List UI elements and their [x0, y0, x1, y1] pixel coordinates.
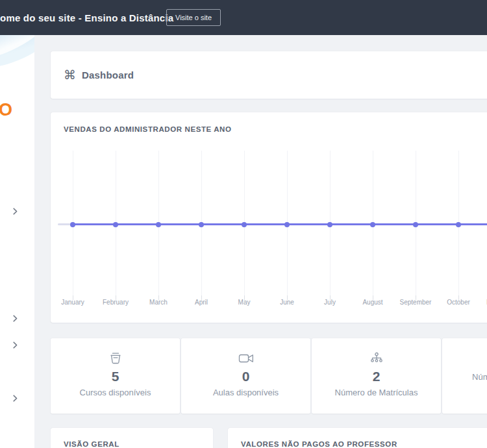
- stat-value: 0: [242, 369, 250, 384]
- stat-value: 5: [112, 369, 119, 384]
- x-axis-label: September: [394, 299, 437, 306]
- stat-label: Cursos disponíveis: [80, 388, 151, 397]
- stat-card-courses: 5 Cursos disponíveis: [51, 338, 180, 414]
- x-axis-label: June: [266, 299, 308, 306]
- chart-data-point: [370, 222, 375, 227]
- stat-card-lessons: 0 Aulas disponíveis: [181, 338, 310, 414]
- overview-card: VISÃO GERAL: [51, 428, 213, 448]
- stat-card-students: Número de Alunos: [442, 338, 487, 414]
- sidebar: O: [0, 35, 34, 448]
- chevron-right-icon: [13, 315, 18, 322]
- sidebar-item-2[interactable]: [8, 313, 21, 323]
- chart-data-point: [70, 222, 75, 227]
- sidebar-item-4[interactable]: [8, 393, 21, 403]
- x-axis-label: November: [480, 299, 487, 306]
- sidebar-item-3[interactable]: [8, 340, 21, 350]
- chart-data-point: [413, 222, 418, 227]
- chart-data-point: [156, 222, 161, 227]
- chart-data-point: [242, 222, 247, 227]
- chevron-right-icon: [13, 395, 18, 402]
- stat-label: Aulas disponíveis: [213, 388, 279, 397]
- overview-title: VISÃO GERAL: [64, 440, 200, 448]
- x-axis-label: October: [437, 299, 480, 306]
- unpaid-values-card: VALORES NÃO PAGOS AO PROFESSOR: [228, 428, 487, 448]
- sidebar-item-1[interactable]: [8, 206, 21, 216]
- chart-data-point: [113, 222, 118, 227]
- hierarchy-icon: [369, 351, 384, 366]
- command-icon: ⌘: [64, 69, 76, 81]
- chart-data-point: [199, 222, 204, 227]
- page-title: Dashboard: [82, 69, 134, 81]
- logo-text-fragment: O: [0, 101, 12, 119]
- line-chart: JanuaryFebruaryMarchAprilMayJuneJulyAugu…: [51, 151, 487, 308]
- page-header-card: ⌘ Dashboard: [51, 51, 487, 99]
- x-axis-label: March: [137, 299, 180, 306]
- basket-icon: [108, 351, 123, 366]
- video-camera-icon: [238, 351, 254, 366]
- visit-site-button[interactable]: Visite o site: [166, 9, 221, 26]
- chart-title: VENDAS DO ADMINISTRADOR NESTE ANO: [64, 125, 232, 133]
- x-axis-label: January: [51, 299, 94, 306]
- stats-row: 5 Cursos disponíveis 0 Aulas disponíveis…: [51, 338, 487, 414]
- stat-card-enrollments: 2 Número de Matrículas: [312, 338, 441, 414]
- x-axis-label: August: [351, 299, 394, 306]
- chevron-right-icon: [13, 208, 18, 215]
- bottom-row: VISÃO GERAL VALORES NÃO PAGOS AO PROFESS…: [51, 428, 487, 448]
- site-title: Nome do seu site - Ensino a Distância: [0, 0, 173, 35]
- chart-data-point: [284, 222, 290, 227]
- stat-label: Número de Alunos: [472, 372, 487, 382]
- sidebar-logo-decoration: [0, 35, 34, 97]
- top-navbar: Nome do seu site - Ensino a Distância Vi…: [0, 0, 487, 35]
- x-axis-label: July: [308, 299, 351, 306]
- chart-data-point: [456, 222, 461, 227]
- unpaid-values-title: VALORES NÃO PAGOS AO PROFESSOR: [241, 440, 487, 448]
- stat-label: Número de Matrículas: [335, 388, 418, 397]
- sales-chart-card: VENDAS DO ADMINISTRADOR NESTE ANO Januar…: [51, 112, 487, 323]
- stat-value: 2: [373, 369, 381, 384]
- chevron-right-icon: [13, 342, 18, 349]
- x-axis-label: May: [223, 299, 266, 306]
- chart-data-point: [327, 222, 332, 227]
- x-axis-label: April: [180, 299, 223, 306]
- x-axis-label: February: [94, 299, 137, 306]
- chart-line-series: [73, 223, 487, 225]
